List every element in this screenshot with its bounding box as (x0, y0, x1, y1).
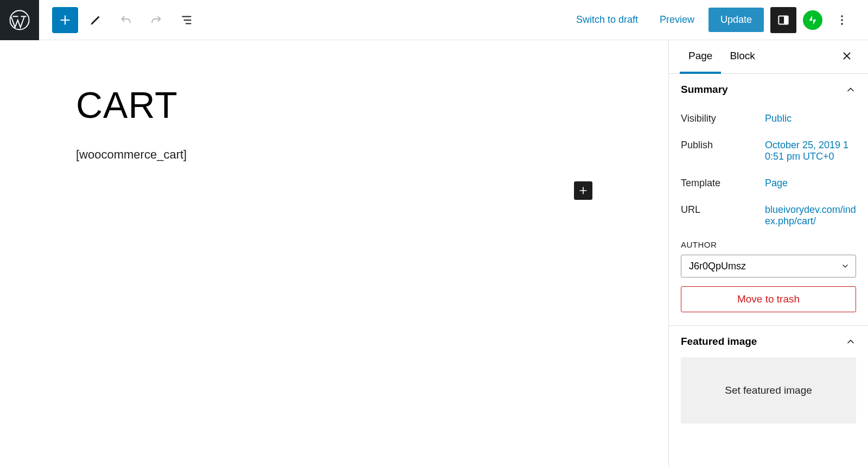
tab-page[interactable]: Page (680, 40, 721, 74)
pencil-icon (88, 13, 103, 27)
publish-label: Publish (681, 140, 765, 151)
kebab-icon (835, 14, 848, 27)
tab-block[interactable]: Block (721, 40, 763, 74)
toolbar-left (39, 7, 200, 33)
url-row: URL blueivorydev.com/index.php/cart/ (681, 197, 856, 235)
publish-row: Publish October 25, 2019 10:51 pm UTC+0 (681, 132, 856, 170)
set-featured-image-button[interactable]: Set featured image (681, 357, 856, 424)
visibility-value[interactable]: Public (765, 113, 792, 124)
svg-rect-2 (784, 16, 788, 24)
topbar: Switch to draft Preview Update (0, 0, 868, 40)
summary-heading: Summary (681, 84, 728, 96)
sidebar-tabs: Page Block (669, 40, 868, 74)
wordpress-icon (9, 9, 30, 31)
summary-panel-header[interactable]: Summary (669, 74, 868, 105)
more-options-button[interactable] (829, 7, 855, 33)
list-view-icon (180, 13, 194, 27)
page-title[interactable]: CART (76, 84, 592, 126)
url-label: URL (681, 204, 765, 216)
jetpack-button[interactable] (803, 10, 822, 30)
visibility-row: Visibility Public (681, 105, 856, 132)
svg-point-4 (841, 19, 843, 21)
page-content-block[interactable]: [woocommerce_cart] (76, 148, 592, 162)
sidebar-icon (776, 13, 790, 27)
template-value[interactable]: Page (765, 178, 788, 189)
redo-button[interactable] (143, 7, 169, 33)
move-to-trash-button[interactable]: Move to trash (681, 286, 856, 312)
plus-icon (58, 13, 72, 27)
svg-point-5 (841, 23, 843, 25)
url-value[interactable]: blueivorydev.com/index.php/cart/ (765, 204, 856, 227)
plus-icon (578, 185, 589, 196)
switch-to-draft-button[interactable]: Switch to draft (569, 9, 646, 31)
settings-sidebar: Page Block Summary Visibility Public Pub… (668, 40, 868, 467)
redo-icon (149, 13, 163, 27)
undo-button[interactable] (113, 7, 139, 33)
block-inserter-button[interactable] (574, 181, 592, 200)
author-select[interactable]: J6r0QpUmsz (681, 255, 856, 277)
chevron-up-icon (845, 84, 856, 95)
chevron-up-icon (845, 336, 856, 347)
wordpress-logo[interactable] (0, 0, 39, 40)
main: CART [woocommerce_cart] Page Block Summa… (0, 40, 868, 467)
update-button[interactable]: Update (709, 8, 764, 32)
add-block-button[interactable] (52, 7, 78, 33)
toolbar-right: Switch to draft Preview Update (569, 7, 868, 33)
template-label: Template (681, 178, 765, 189)
edit-mode-button[interactable] (82, 7, 108, 33)
preview-button[interactable]: Preview (652, 9, 702, 31)
summary-panel: Visibility Public Publish October 25, 20… (669, 105, 868, 325)
featured-image-heading: Featured image (681, 336, 757, 348)
close-sidebar-button[interactable] (837, 46, 857, 68)
visibility-label: Visibility (681, 113, 765, 124)
close-icon (841, 50, 853, 62)
svg-point-3 (841, 15, 843, 17)
publish-value[interactable]: October 25, 2019 10:51 pm UTC+0 (765, 140, 856, 162)
featured-image-panel-header[interactable]: Featured image (669, 326, 868, 357)
settings-sidebar-toggle[interactable] (770, 7, 796, 33)
editor-canvas[interactable]: CART [woocommerce_cart] (0, 40, 668, 467)
jetpack-icon (807, 14, 819, 26)
author-label: AUTHOR (681, 240, 856, 249)
template-row: Template Page (681, 170, 856, 197)
undo-icon (119, 13, 133, 27)
document-overview-button[interactable] (174, 7, 200, 33)
author-select-wrap: J6r0QpUmsz (681, 255, 856, 277)
